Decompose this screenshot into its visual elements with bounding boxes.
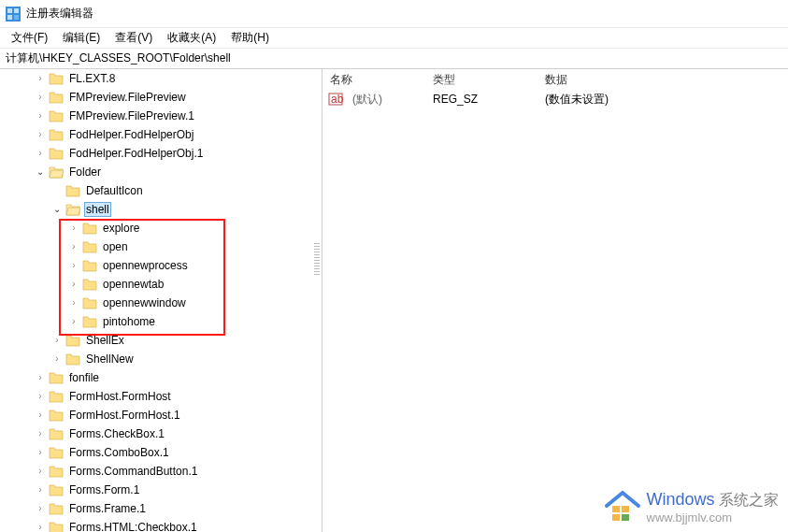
address-text: 计算机\HKEY_CLASSES_ROOT\Folder\shell <box>6 50 231 66</box>
tree-node-label: opennewtab <box>101 277 165 292</box>
tree-node-ShellEx[interactable]: › ShellEx <box>0 331 322 350</box>
regedit-icon <box>6 7 21 22</box>
tree-scrollarea[interactable]: › FL.EXT.8› FMPreview.FilePreview› FMPre… <box>0 69 322 532</box>
menu-edit[interactable]: 编辑(E) <box>55 28 107 48</box>
expander-icon[interactable]: › <box>34 130 47 139</box>
tree-node-opennewwindow[interactable]: › opennewwindow <box>0 294 322 312</box>
tree-node-label: FodHelper.FodHelperObj <box>67 127 195 142</box>
expander-icon[interactable]: › <box>34 111 47 121</box>
tree-node-FormHost-FormHost-1[interactable]: › FormHost.FormHost.1 <box>0 406 322 424</box>
tree-node-label: FL.EXT.8 <box>67 71 117 86</box>
expander-icon[interactable]: › <box>34 93 47 102</box>
window-title: 注册表编辑器 <box>26 6 93 22</box>
expander-icon[interactable]: › <box>67 280 80 289</box>
tree-node-label: pintohome <box>101 314 157 329</box>
expander-icon[interactable]: › <box>67 223 80 233</box>
content: › FL.EXT.8› FMPreview.FilePreview› FMPre… <box>0 69 788 532</box>
tree-node-label: opennewprocess <box>101 258 190 273</box>
titlebar: 注册表编辑器 <box>0 0 788 28</box>
watermark-url: www.bjjmlv.com <box>647 510 779 525</box>
expander-icon[interactable]: › <box>67 298 80 308</box>
svg-rect-9 <box>612 514 620 521</box>
values-pane: 名称 类型 数据 ab (默认)REG_SZ(数值未设置) <box>322 69 788 532</box>
watermark: Windows 系统之家 www.bjjmlv.com <box>604 489 779 525</box>
expander-icon[interactable]: › <box>50 354 64 364</box>
tree-node-FodHelper-FodHelperObj[interactable]: › FodHelper.FodHelperObj <box>0 125 322 144</box>
svg-text:ab: ab <box>331 93 343 106</box>
expander-icon[interactable]: › <box>50 336 64 345</box>
svg-rect-1 <box>7 8 12 13</box>
tree-node-opennewtab[interactable]: › opennewtab <box>0 275 322 294</box>
tree-node-explore[interactable]: › explore <box>0 219 322 237</box>
tree-node-label: Forms.CommandButton.1 <box>67 464 199 479</box>
tree-node-label: fonfile <box>67 370 101 385</box>
tree-node-Forms-Form-1[interactable]: › Forms.Form.1 <box>0 481 322 499</box>
expander-icon[interactable]: › <box>34 74 47 83</box>
expander-icon[interactable]: › <box>34 485 47 495</box>
value-name: (默认) <box>345 91 425 108</box>
house-icon <box>604 489 641 525</box>
tree-node-opennewprocess[interactable]: › opennewprocess <box>0 256 322 275</box>
col-name[interactable]: 名称 <box>322 70 425 90</box>
tree-node-Forms-HTML-Checkbox-1[interactable]: › Forms.HTML:Checkbox.1 <box>0 518 322 532</box>
tree-node-pintohome[interactable]: › pintohome <box>0 312 322 331</box>
menu-help[interactable]: 帮助(H) <box>223 28 277 48</box>
tree-node-Forms-ComboBox-1[interactable]: › Forms.ComboBox.1 <box>0 443 322 462</box>
tree-node-fonfile[interactable]: › fonfile <box>0 368 322 387</box>
col-type[interactable]: 类型 <box>425 70 537 90</box>
svg-rect-7 <box>612 506 620 512</box>
tree-node-label: Forms.Frame.1 <box>67 501 148 516</box>
tree-node-DefaultIcon[interactable]: DefaultIcon <box>0 181 322 200</box>
tree-node-Folder[interactable]: ⌄ Folder <box>0 163 322 181</box>
expander-icon[interactable]: ⌄ <box>34 167 47 177</box>
tree-node-label: Forms.CheckBox.1 <box>67 426 166 441</box>
tree-node-FL-EXT-8[interactable]: › FL.EXT.8 <box>0 69 322 88</box>
tree-node-FMPreview-FilePreview-1[interactable]: › FMPreview.FilePreview.1 <box>0 107 322 125</box>
tree-node-label: Forms.HTML:Checkbox.1 <box>67 520 199 532</box>
watermark-brand1: Windows <box>647 490 715 509</box>
svg-rect-2 <box>14 8 19 13</box>
tree-node-FMPreview-FilePreview[interactable]: › FMPreview.FilePreview <box>0 88 322 107</box>
expander-icon[interactable]: › <box>34 429 47 439</box>
tree-node-label: open <box>101 239 130 254</box>
tree-node-FormHost-FormHost[interactable]: › FormHost.FormHost <box>0 387 322 406</box>
tree-node-open[interactable]: › open <box>0 237 322 256</box>
tree-node-label: FodHelper.FodHelperObj.1 <box>67 146 205 161</box>
tree-node-label: opennewwindow <box>101 295 188 310</box>
address-bar[interactable]: 计算机\HKEY_CLASSES_ROOT\Folder\shell <box>0 49 788 69</box>
tree-node-label: Forms.Form.1 <box>67 482 141 497</box>
svg-rect-3 <box>7 15 12 20</box>
tree-node-label: explore <box>101 221 141 236</box>
menu-favorites[interactable]: 收藏夹(A) <box>160 28 223 48</box>
expander-icon[interactable]: › <box>34 504 47 513</box>
tree-pane: › FL.EXT.8› FMPreview.FilePreview› FMPre… <box>0 69 322 532</box>
splitter-handle[interactable] <box>314 243 320 277</box>
expander-icon[interactable]: › <box>67 317 80 326</box>
col-data[interactable]: 数据 <box>537 70 788 90</box>
tree-node-shell[interactable]: ⌄ shell <box>0 200 322 219</box>
expander-icon[interactable]: › <box>34 523 47 532</box>
tree-node-FodHelper-FodHelperObj-1[interactable]: › FodHelper.FodHelperObj.1 <box>0 144 322 163</box>
values-body: ab (默认)REG_SZ(数值未设置) <box>322 90 788 108</box>
tree-node-label: Folder <box>67 165 103 180</box>
expander-icon[interactable]: ⌄ <box>50 205 64 214</box>
menu-view[interactable]: 查看(V) <box>107 28 160 48</box>
expander-icon[interactable]: › <box>67 242 80 252</box>
expander-icon[interactable]: › <box>34 467 47 476</box>
tree-node-label: FormHost.FormHost.1 <box>67 408 182 423</box>
tree-node-Forms-CheckBox-1[interactable]: › Forms.CheckBox.1 <box>0 424 322 443</box>
tree-node-Forms-CommandButton-1[interactable]: › Forms.CommandButton.1 <box>0 462 322 481</box>
expander-icon[interactable]: › <box>34 149 47 158</box>
expander-icon[interactable]: › <box>34 373 47 382</box>
expander-icon[interactable]: › <box>67 261 80 270</box>
expander-icon[interactable]: › <box>34 392 47 401</box>
tree-node-Forms-Frame-1[interactable]: › Forms.Frame.1 <box>0 499 322 518</box>
tree-node-label: FormHost.FormHost <box>67 389 173 404</box>
menu-file[interactable]: 文件(F) <box>4 28 55 48</box>
expander-icon[interactable]: › <box>34 410 47 420</box>
watermark-brand2: 系统之家 <box>715 492 779 508</box>
expander-icon[interactable]: › <box>34 448 47 457</box>
tree-node-label: Forms.ComboBox.1 <box>67 445 171 460</box>
value-row[interactable]: ab (默认)REG_SZ(数值未设置) <box>322 90 788 108</box>
tree-node-ShellNew[interactable]: › ShellNew <box>0 350 322 368</box>
